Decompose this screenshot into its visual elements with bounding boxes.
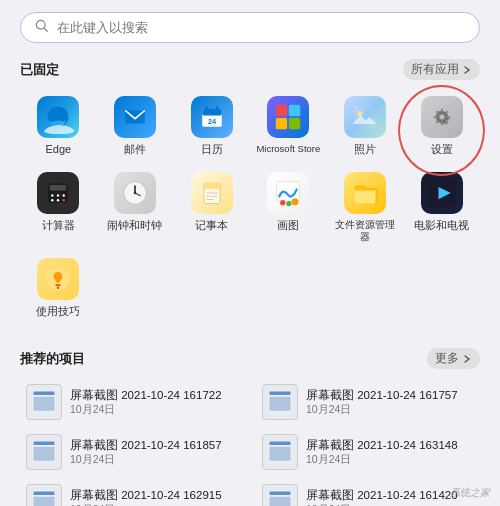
clock-icon (114, 172, 156, 214)
recommended-title: 推荐的项目 (20, 350, 85, 368)
rec-info-3: 屏幕截图 2021-10-24 163148 10月24日 (306, 438, 458, 467)
edge-label: Edge (45, 143, 71, 156)
pinned-title: 已固定 (20, 61, 59, 79)
svg-point-17 (439, 115, 443, 119)
rec-name-5: 屏幕截图 2021-10-24 161420 (306, 488, 458, 503)
rec-name-1: 屏幕截图 2021-10-24 161757 (306, 388, 458, 403)
rec-thumb-1 (262, 384, 298, 420)
mail-label: 邮件 (124, 143, 146, 156)
photos-icon (344, 96, 386, 138)
svg-point-46 (280, 200, 285, 205)
app-edge[interactable]: Edge (20, 90, 97, 162)
svg-line-22 (436, 112, 438, 114)
rec-date-5: 10月24日 (306, 503, 458, 506)
photos-label: 照片 (354, 143, 376, 156)
svg-rect-54 (34, 392, 55, 396)
search-bar[interactable] (20, 12, 480, 43)
paint-icon (267, 172, 309, 214)
rec-name-3: 屏幕截图 2021-10-24 163148 (306, 438, 458, 453)
svg-line-23 (445, 121, 447, 123)
search-input[interactable] (57, 20, 465, 35)
svg-point-51 (57, 286, 60, 289)
svg-rect-11 (276, 118, 287, 129)
rec-item-3[interactable]: 屏幕截图 2021-10-24 163148 10月24日 (256, 429, 480, 475)
rec-name-4: 屏幕截图 2021-10-24 162915 (70, 488, 222, 503)
svg-point-31 (51, 199, 53, 201)
svg-rect-65 (34, 497, 55, 506)
rec-info-0: 屏幕截图 2021-10-24 161722 10月24日 (70, 388, 222, 417)
svg-rect-63 (270, 442, 291, 446)
rec-item-1[interactable]: 屏幕截图 2021-10-24 161757 10月24日 (256, 379, 480, 425)
svg-rect-13 (354, 106, 377, 129)
svg-point-37 (134, 192, 137, 195)
rec-thumb-3 (262, 434, 298, 470)
app-files[interactable]: 文件资源管理器 (327, 166, 404, 248)
rec-date-1: 10月24日 (306, 403, 458, 417)
svg-rect-7 (216, 106, 218, 112)
all-apps-button[interactable]: 所有应用 (403, 59, 480, 80)
rec-item-4[interactable]: 屏幕截图 2021-10-24 162915 10月24日 (20, 479, 244, 506)
rec-item-5[interactable]: 屏幕截图 2021-10-24 161420 10月24日 (256, 479, 480, 506)
rec-thumb-2 (26, 434, 62, 470)
app-notepad[interactable]: 记事本 (173, 166, 250, 248)
svg-line-25 (436, 121, 438, 123)
rec-name-0: 屏幕截图 2021-10-24 161722 (70, 388, 222, 403)
movies-label: 电影和电视 (414, 219, 469, 232)
svg-point-14 (357, 111, 362, 116)
svg-rect-53 (34, 397, 55, 411)
recommended-grid: 屏幕截图 2021-10-24 161722 10月24日 屏幕截图 2021-… (20, 379, 480, 506)
rec-name-2: 屏幕截图 2021-10-24 161857 (70, 438, 222, 453)
svg-point-2 (51, 121, 65, 126)
app-calc[interactable]: 计算器 (20, 166, 97, 248)
svg-rect-60 (34, 442, 55, 446)
settings-icon (421, 96, 463, 138)
tips-icon (37, 258, 79, 300)
app-movies[interactable]: 电影和电视 (403, 166, 480, 248)
app-tips[interactable]: 使用技巧 (20, 252, 97, 324)
recommended-section: 推荐的项目 更多 屏幕截图 2021-10-24 161722 10月 (20, 348, 480, 506)
app-photos[interactable]: 照片 (327, 90, 404, 162)
rec-item-2[interactable]: 屏幕截图 2021-10-24 161857 10月24日 (20, 429, 244, 475)
app-store[interactable]: Microsoft Store (250, 90, 327, 162)
rec-thumb-5 (262, 484, 298, 506)
paint-label: 画图 (277, 219, 299, 232)
pinned-grid: Edge 邮件 24 日历 (20, 90, 480, 324)
svg-point-45 (287, 201, 292, 206)
rec-item-0[interactable]: 屏幕截图 2021-10-24 161722 10月24日 (20, 379, 244, 425)
files-label: 文件资源管理器 (331, 219, 400, 242)
svg-rect-12 (289, 118, 300, 129)
search-icon (35, 19, 49, 36)
rec-date-0: 10月24日 (70, 403, 222, 417)
svg-point-29 (57, 194, 59, 196)
svg-rect-27 (50, 185, 66, 191)
app-paint[interactable]: 画图 (250, 166, 327, 248)
calendar-label: 日历 (201, 143, 223, 156)
more-button[interactable]: 更多 (427, 348, 480, 369)
svg-point-28 (51, 194, 53, 196)
files-icon (344, 172, 386, 214)
svg-point-33 (63, 199, 65, 201)
store-icon (267, 96, 309, 138)
app-mail[interactable]: 邮件 (97, 90, 174, 162)
rec-info-1: 屏幕截图 2021-10-24 161757 10月24日 (306, 388, 458, 417)
movies-icon (421, 172, 463, 214)
svg-rect-66 (34, 492, 55, 496)
calendar-icon: 24 (191, 96, 233, 138)
rec-date-2: 10月24日 (70, 453, 222, 467)
rec-info-5: 屏幕截图 2021-10-24 161420 10月24日 (306, 488, 458, 506)
svg-text:24: 24 (208, 117, 217, 126)
rec-date-3: 10月24日 (306, 453, 458, 467)
svg-rect-10 (289, 105, 300, 116)
svg-point-44 (292, 198, 299, 205)
start-menu: 已固定 所有应用 Edge (0, 0, 500, 506)
watermark: 系统之家 (450, 486, 490, 500)
app-calendar[interactable]: 24 日历 (173, 90, 250, 162)
settings-label: 设置 (431, 143, 453, 156)
app-settings[interactable]: 设置 (403, 90, 480, 162)
app-clock[interactable]: 闹钟和时钟 (97, 166, 174, 248)
calc-icon (37, 172, 79, 214)
notepad-icon (191, 172, 233, 214)
rec-info-2: 屏幕截图 2021-10-24 161857 10月24日 (70, 438, 222, 467)
tips-label: 使用技巧 (36, 305, 80, 318)
rec-thumb-0 (26, 384, 62, 420)
